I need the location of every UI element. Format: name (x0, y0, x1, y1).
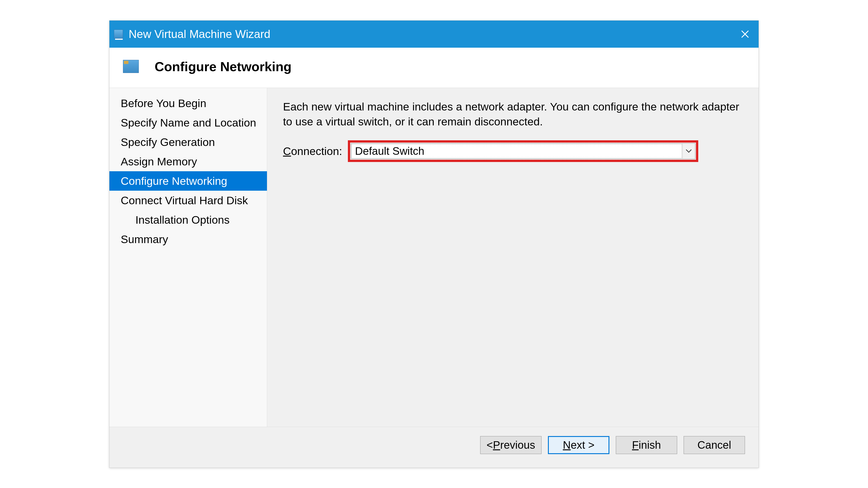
close-icon (741, 30, 749, 39)
app-icon (114, 30, 123, 39)
cancel-button[interactable]: Cancel (684, 436, 745, 454)
page-title: Configure Networking (155, 59, 291, 74)
connection-value: Default Switch (351, 144, 682, 158)
wizard-icon (123, 60, 139, 73)
sidebar-item-specify-name[interactable]: Specify Name and Location (110, 113, 267, 132)
sidebar-item-installation-options[interactable]: Installation Options (110, 210, 267, 230)
dropdown-arrow-button[interactable] (682, 143, 695, 159)
chevron-down-icon (686, 149, 692, 153)
sidebar-item-connect-vhd[interactable]: Connect Virtual Hard Disk (110, 191, 267, 210)
titlebar: New Virtual Machine Wizard (110, 21, 758, 48)
sidebar: Before You Begin Specify Name and Locati… (110, 88, 267, 427)
sidebar-item-specify-generation[interactable]: Specify Generation (110, 132, 267, 152)
window-title: New Virtual Machine Wizard (129, 28, 736, 41)
previous-button[interactable]: < Previous (480, 436, 541, 454)
wizard-window: New Virtual Machine Wizard Configure Net… (109, 20, 759, 468)
content-area: Each new virtual machine includes a netw… (267, 88, 758, 427)
connection-label: Connection: (283, 145, 342, 158)
sidebar-item-before-you-begin[interactable]: Before You Begin (110, 94, 267, 113)
finish-button[interactable]: Finish (616, 436, 677, 454)
header-section: Configure Networking (110, 48, 758, 88)
footer: < Previous Next > Finish Cancel (110, 427, 758, 468)
sidebar-item-summary[interactable]: Summary (110, 230, 267, 249)
sidebar-item-configure-networking[interactable]: Configure Networking (110, 171, 267, 191)
sidebar-item-assign-memory[interactable]: Assign Memory (110, 152, 267, 171)
connection-row: Connection: Default Switch (283, 140, 743, 162)
close-button[interactable] (736, 25, 754, 43)
connection-dropdown[interactable]: Default Switch (351, 143, 695, 159)
next-button[interactable]: Next > (548, 436, 610, 454)
description-text: Each new virtual machine includes a netw… (283, 99, 743, 129)
connection-dropdown-highlight: Default Switch (348, 140, 698, 162)
body-area: Before You Begin Specify Name and Locati… (110, 88, 758, 427)
